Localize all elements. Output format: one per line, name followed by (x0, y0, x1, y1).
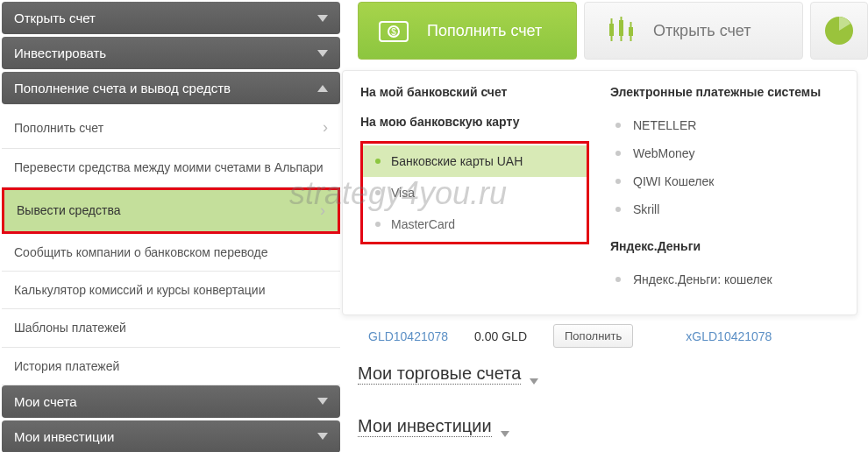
candlestick-icon (602, 14, 641, 47)
deposit-button[interactable]: $ Пополнить счет (358, 2, 577, 60)
chevron-down-icon (317, 398, 328, 405)
panel-bank-card-heading: На мою банковскую карту (360, 115, 589, 129)
eps-webmoney-label: WebMoney (633, 146, 695, 160)
bullet-icon (615, 179, 621, 184)
eps-neteller[interactable]: NETELLER (610, 111, 839, 139)
bullet-icon (615, 277, 621, 282)
card-uah-label: Банковские карты UAH (391, 154, 523, 168)
chevron-down-icon (317, 15, 328, 22)
submenu-history[interactable]: История платежей (2, 348, 340, 385)
chevron-down-icon (317, 50, 328, 57)
panel-col-bank: На мой банковский счет На мою банковскую… (360, 85, 589, 293)
deposit-button-label: Пополнить счет (427, 22, 542, 40)
account-link-2[interactable]: xGLD10421078 (686, 329, 772, 343)
svg-text:$: $ (391, 27, 396, 37)
pie-chart-icon (820, 14, 858, 47)
account-balance: 0.00 GLD (474, 329, 527, 343)
eps-neteller-label: NETELLER (633, 118, 696, 132)
account-row: GLD10421078 0.00 GLD Пополнить xGLD10421… (358, 324, 857, 348)
submenu-calc-label: Калькулятор комиссий и курсы конвертации (14, 282, 266, 298)
card-visa-label: Visa (391, 186, 415, 200)
sidebar-my-accounts-label: Мои счета (14, 394, 77, 409)
chevron-right-icon: › (323, 117, 328, 138)
bullet-icon (375, 190, 381, 195)
submenu-history-label: История платежей (14, 358, 119, 374)
eps-skrill[interactable]: Skrill (610, 195, 839, 223)
triangle-down-icon (501, 431, 509, 437)
chevron-right-icon: › (320, 201, 325, 221)
sidebar-my-investments-label: Мои инвестиции (14, 429, 114, 444)
card-mastercard[interactable]: MasterCard (363, 208, 587, 240)
eps-qiwi[interactable]: QIWI Кошелек (610, 167, 839, 195)
sidebar: Открыть счет Инвестировать Пополнение сч… (0, 0, 342, 452)
submenu-calc[interactable]: Калькулятор комиссий и курсы конвертации (2, 272, 340, 309)
bullet-icon (615, 207, 621, 212)
pie-button[interactable] (810, 2, 868, 60)
card-visa[interactable]: Visa (363, 177, 587, 208)
chevron-down-icon (317, 433, 328, 440)
panel-yandex-heading: Яндекс.Деньги (610, 239, 839, 253)
bullet-icon (615, 123, 621, 128)
section-trading-accounts[interactable]: Мои торговые счета (358, 364, 857, 399)
card-mc-label: MasterCard (391, 217, 455, 231)
submenu-withdraw-label: Вывести средства (17, 202, 121, 218)
panel-eps-heading: Электронные платежные системы (610, 85, 839, 99)
submenu-templates-label: Шаблоны платежей (14, 320, 126, 335)
sidebar-invest[interactable]: Инвестировать (2, 37, 340, 69)
account-link-1[interactable]: GLD10421078 (368, 329, 448, 343)
card-group: Банковские карты UAH Visa MasterCard (360, 141, 589, 244)
section-my-investments-label: Мои инвестиции (358, 416, 492, 437)
money-icon: $ (376, 14, 415, 47)
chevron-up-icon (317, 85, 328, 92)
submenu-templates[interactable]: Шаблоны платежей (2, 309, 340, 347)
sidebar-open-account[interactable]: Открыть счет (2, 2, 340, 34)
submenu-report-bank-label: Сообщить компании о банковском переводе (14, 244, 267, 260)
sidebar-invest-label: Инвестировать (14, 46, 106, 60)
submenu-transfer-label: Перевести средства между моими счетами в… (14, 159, 324, 175)
top-buttons: $ Пополнить счет Открыть счет (358, 2, 868, 60)
submenu-withdraw[interactable]: Вывести средства › (2, 187, 340, 234)
below-content: GLD10421078 0.00 GLD Пополнить xGLD10421… (358, 324, 857, 452)
eps-webmoney[interactable]: WebMoney (610, 139, 839, 167)
submenu-deposit[interactable]: Пополнить счет › (2, 107, 340, 149)
section-my-investments[interactable]: Мои инвестиции (358, 416, 857, 451)
submenu-deposit-label: Пополнить счет (14, 120, 103, 136)
submenu-transfer[interactable]: Перевести средства между моими счетами в… (2, 149, 340, 187)
sidebar-my-investments[interactable]: Мои инвестиции (2, 420, 340, 452)
triangle-down-icon (530, 378, 538, 385)
bullet-icon (375, 159, 381, 164)
open-account-button[interactable]: Открыть счет (584, 2, 803, 60)
submenu-report-bank[interactable]: Сообщить компании о банковском переводе (2, 234, 340, 272)
open-account-button-label: Открыть счет (653, 22, 751, 40)
sidebar-open-account-label: Открыть счет (14, 11, 96, 25)
eps-yandex-label: Яндекс.Деньги: кошелек (633, 272, 772, 286)
eps-yandex[interactable]: Яндекс.Деньги: кошелек (610, 265, 839, 293)
sidebar-my-accounts[interactable]: Мои счета (2, 385, 340, 418)
small-deposit-button[interactable]: Пополнить (553, 324, 633, 348)
sidebar-deposit-withdraw[interactable]: Пополнение счета и вывод средств (2, 72, 340, 104)
bullet-icon (375, 222, 381, 227)
main-area: $ Пополнить счет Открыть счет На мой бан… (342, 0, 868, 452)
panel-col-eps: Электронные платежные системы NETELLER W… (610, 85, 839, 293)
card-uah[interactable]: Банковские карты UAH (363, 145, 587, 177)
bullet-icon (615, 151, 621, 156)
eps-skrill-label: Skrill (633, 202, 659, 216)
eps-qiwi-label: QIWI Кошелек (633, 174, 714, 188)
panel-bank-account-heading: На мой банковский счет (360, 85, 589, 99)
sidebar-submenu: Пополнить счет › Перевести средства межд… (2, 107, 340, 385)
sidebar-deposit-withdraw-label: Пополнение счета и вывод средств (14, 81, 231, 95)
withdraw-panel: На мой банковский счет На мою банковскую… (342, 70, 857, 315)
section-trading-accounts-label: Мои торговые счета (358, 364, 521, 385)
